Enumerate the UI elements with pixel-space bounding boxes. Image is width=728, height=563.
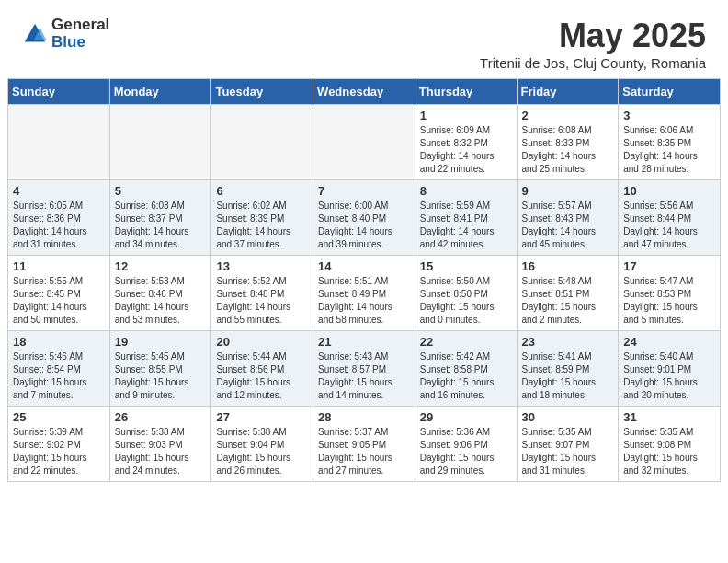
day-info: Sunrise: 5:40 AM Sunset: 9:01 PM Dayligh…	[623, 350, 715, 402]
day-number: 28	[318, 410, 410, 424]
day-info: Sunrise: 6:03 AM Sunset: 8:37 PM Dayligh…	[115, 200, 207, 251]
calendar-title: May 2025	[480, 17, 706, 55]
calendar-cell: 21Sunrise: 5:43 AM Sunset: 8:57 PM Dayli…	[313, 331, 415, 407]
calendar-cell: 20Sunrise: 5:44 AM Sunset: 8:56 PM Dayli…	[211, 331, 313, 407]
calendar-cell: 10Sunrise: 5:56 AM Sunset: 8:44 PM Dayli…	[619, 180, 721, 256]
col-wednesday: Wednesday	[313, 79, 415, 105]
calendar-cell: 18Sunrise: 5:46 AM Sunset: 8:54 PM Dayli…	[8, 331, 110, 407]
calendar-cell: 5Sunrise: 6:03 AM Sunset: 8:37 PM Daylig…	[109, 180, 211, 256]
day-info: Sunrise: 5:41 AM Sunset: 8:59 PM Dayligh…	[522, 350, 614, 402]
day-number: 2	[522, 109, 614, 122]
day-number: 19	[115, 335, 207, 349]
day-info: Sunrise: 5:59 AM Sunset: 8:41 PM Dayligh…	[420, 200, 512, 251]
day-info: Sunrise: 6:08 AM Sunset: 8:33 PM Dayligh…	[522, 124, 614, 176]
day-info: Sunrise: 6:09 AM Sunset: 8:32 PM Dayligh…	[420, 124, 512, 176]
day-info: Sunrise: 6:06 AM Sunset: 8:35 PM Dayligh…	[623, 124, 715, 176]
calendar-location: Tritenii de Jos, Cluj County, Romania	[480, 55, 706, 71]
week-row-3: 11Sunrise: 5:55 AM Sunset: 8:45 PM Dayli…	[8, 256, 721, 331]
calendar-cell: 7Sunrise: 6:00 AM Sunset: 8:40 PM Daylig…	[313, 180, 415, 256]
title-block: May 2025 Tritenii de Jos, Cluj County, R…	[480, 17, 706, 71]
col-tuesday: Tuesday	[211, 79, 313, 105]
day-info: Sunrise: 6:00 AM Sunset: 8:40 PM Dayligh…	[318, 200, 410, 251]
day-number: 12	[115, 259, 207, 273]
day-number: 14	[318, 259, 410, 273]
calendar-cell	[313, 105, 415, 180]
calendar-cell: 15Sunrise: 5:50 AM Sunset: 8:50 PM Dayli…	[415, 256, 517, 331]
logo-text: General Blue	[51, 17, 109, 51]
day-info: Sunrise: 5:52 AM Sunset: 8:48 PM Dayligh…	[216, 275, 308, 327]
day-number: 16	[522, 259, 614, 273]
calendar-cell: 3Sunrise: 6:06 AM Sunset: 8:35 PM Daylig…	[619, 105, 721, 180]
day-number: 31	[623, 410, 715, 424]
day-number: 13	[216, 259, 308, 273]
week-row-5: 25Sunrise: 5:39 AM Sunset: 9:02 PM Dayli…	[8, 407, 721, 482]
day-info: Sunrise: 5:56 AM Sunset: 8:44 PM Dayligh…	[623, 200, 715, 251]
calendar-cell: 24Sunrise: 5:40 AM Sunset: 9:01 PM Dayli…	[619, 331, 721, 407]
logo: General Blue	[22, 17, 109, 51]
day-number: 1	[420, 109, 512, 122]
page-header: General Blue May 2025 Tritenii de Jos, C…	[0, 0, 728, 78]
day-number: 18	[13, 335, 105, 349]
day-number: 9	[522, 184, 614, 198]
calendar-cell	[8, 105, 110, 180]
day-number: 27	[216, 410, 308, 424]
week-row-2: 4Sunrise: 6:05 AM Sunset: 8:36 PM Daylig…	[8, 180, 721, 256]
day-info: Sunrise: 5:45 AM Sunset: 8:55 PM Dayligh…	[115, 350, 207, 402]
col-thursday: Thursday	[415, 79, 517, 105]
day-info: Sunrise: 5:53 AM Sunset: 8:46 PM Dayligh…	[115, 275, 207, 327]
calendar-cell: 23Sunrise: 5:41 AM Sunset: 8:59 PM Dayli…	[517, 331, 619, 407]
day-info: Sunrise: 5:51 AM Sunset: 8:49 PM Dayligh…	[318, 275, 410, 327]
calendar-header-row: Sunday Monday Tuesday Wednesday Thursday…	[8, 79, 721, 105]
calendar-cell: 28Sunrise: 5:37 AM Sunset: 9:05 PM Dayli…	[313, 407, 415, 482]
day-info: Sunrise: 5:47 AM Sunset: 8:53 PM Dayligh…	[623, 275, 715, 327]
day-number: 29	[420, 410, 512, 424]
day-info: Sunrise: 6:02 AM Sunset: 8:39 PM Dayligh…	[216, 200, 308, 251]
day-number: 17	[623, 259, 715, 273]
day-info: Sunrise: 5:50 AM Sunset: 8:50 PM Dayligh…	[420, 275, 512, 327]
day-number: 30	[522, 410, 614, 424]
calendar-cell: 31Sunrise: 5:35 AM Sunset: 9:08 PM Dayli…	[619, 407, 721, 482]
day-info: Sunrise: 5:39 AM Sunset: 9:02 PM Dayligh…	[13, 426, 105, 477]
day-number: 22	[420, 335, 512, 349]
day-number: 26	[115, 410, 207, 424]
day-number: 24	[623, 335, 715, 349]
calendar-cell: 14Sunrise: 5:51 AM Sunset: 8:49 PM Dayli…	[313, 256, 415, 331]
calendar-cell: 9Sunrise: 5:57 AM Sunset: 8:43 PM Daylig…	[517, 180, 619, 256]
day-info: Sunrise: 5:35 AM Sunset: 9:08 PM Dayligh…	[623, 426, 715, 477]
col-monday: Monday	[109, 79, 211, 105]
col-sunday: Sunday	[8, 79, 110, 105]
day-number: 23	[522, 335, 614, 349]
day-number: 21	[318, 335, 410, 349]
calendar-cell: 4Sunrise: 6:05 AM Sunset: 8:36 PM Daylig…	[8, 180, 110, 256]
calendar-cell: 22Sunrise: 5:42 AM Sunset: 8:58 PM Dayli…	[415, 331, 517, 407]
logo-general: General	[51, 17, 109, 34]
day-info: Sunrise: 5:57 AM Sunset: 8:43 PM Dayligh…	[522, 200, 614, 251]
day-number: 7	[318, 184, 410, 198]
day-info: Sunrise: 5:44 AM Sunset: 8:56 PM Dayligh…	[216, 350, 308, 402]
calendar-cell: 12Sunrise: 5:53 AM Sunset: 8:46 PM Dayli…	[109, 256, 211, 331]
day-info: Sunrise: 6:05 AM Sunset: 8:36 PM Dayligh…	[13, 200, 105, 251]
day-number: 6	[216, 184, 308, 198]
calendar-cell: 8Sunrise: 5:59 AM Sunset: 8:41 PM Daylig…	[415, 180, 517, 256]
day-info: Sunrise: 5:36 AM Sunset: 9:06 PM Dayligh…	[420, 426, 512, 477]
calendar-cell: 6Sunrise: 6:02 AM Sunset: 8:39 PM Daylig…	[211, 180, 313, 256]
day-info: Sunrise: 5:38 AM Sunset: 9:04 PM Dayligh…	[216, 426, 308, 477]
logo-icon	[22, 21, 48, 47]
day-number: 20	[216, 335, 308, 349]
day-info: Sunrise: 5:46 AM Sunset: 8:54 PM Dayligh…	[13, 350, 105, 402]
day-info: Sunrise: 5:35 AM Sunset: 9:07 PM Dayligh…	[522, 426, 614, 477]
calendar-cell	[211, 105, 313, 180]
day-number: 11	[13, 259, 105, 273]
day-number: 25	[13, 410, 105, 424]
calendar-table: Sunday Monday Tuesday Wednesday Thursday…	[7, 78, 721, 482]
calendar-cell	[109, 105, 211, 180]
logo-blue: Blue	[51, 34, 109, 52]
col-friday: Friday	[517, 79, 619, 105]
day-number: 4	[13, 184, 105, 198]
calendar-cell: 16Sunrise: 5:48 AM Sunset: 8:51 PM Dayli…	[517, 256, 619, 331]
day-info: Sunrise: 5:48 AM Sunset: 8:51 PM Dayligh…	[522, 275, 614, 327]
day-number: 15	[420, 259, 512, 273]
calendar-cell: 13Sunrise: 5:52 AM Sunset: 8:48 PM Dayli…	[211, 256, 313, 331]
day-info: Sunrise: 5:42 AM Sunset: 8:58 PM Dayligh…	[420, 350, 512, 402]
day-number: 10	[623, 184, 715, 198]
